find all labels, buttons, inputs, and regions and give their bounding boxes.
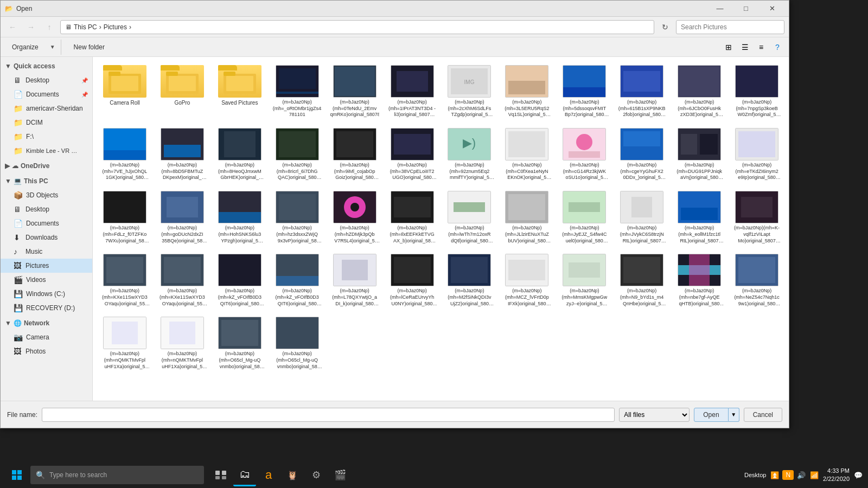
list-item[interactable]: (m=bJaz0Np)(mh=615B1sXP9NKB 2fob)origina…: [614, 61, 669, 122]
list-item[interactable]: ▶) (m=bJaz0Np)(mh=92znum5Eq2 mmifTY)orig…: [442, 124, 497, 185]
list-item[interactable]: (m=bJaz0Np)(mh=FdLz_f0TZFKo 7WXu)origina…: [97, 187, 152, 248]
view-large-icons[interactable]: ⊞: [722, 40, 736, 54]
list-item[interactable]: Camera Roll: [97, 61, 152, 122]
organize-button[interactable]: Organize: [5, 40, 46, 54]
list-item[interactable]: GoPro: [155, 61, 210, 122]
sidebar-item-camera[interactable]: 📷 Camera: [1, 330, 92, 344]
sidebar-item-videos[interactable]: 🎬 Videos: [1, 273, 92, 287]
list-item[interactable]: (m=bJaz0Np)(mh=lCeRaEUrvyYh U0NY)origina…: [385, 250, 440, 311]
sidebar-item-photos[interactable]: 🖼 Photos: [1, 344, 92, 358]
open-dropdown-button[interactable]: ▼: [729, 408, 739, 422]
sidebar-item-f[interactable]: 📁 F:\: [1, 130, 92, 144]
notifications-icon[interactable]: 💬: [853, 470, 864, 480]
list-item[interactable]: (m=bJaz0Np)(mh=cgeYyGhuFX2 0DDx_)origina…: [614, 124, 669, 185]
list-item[interactable]: (m=bJaz0Np)(mh=nbe7gf-AyQE qHTB)original…: [672, 250, 727, 311]
taskbar-search-bar[interactable]: 🔍 Type here to search: [30, 466, 204, 484]
list-item[interactable]: (m=bJaz0Np)(mh=kZ_vFOIfB0D3 QIT6)origina…: [212, 250, 267, 311]
list-item[interactable]: (m=bJaz0Np)(mh=DUG91PPJniqk aVnj)origina…: [672, 124, 727, 185]
taskbar-tripadvisor[interactable]: 🦉: [281, 464, 304, 486]
thispc-header[interactable]: ▼ 💻 This PC: [1, 174, 92, 188]
sidebar-item-downloads[interactable]: ⬇ Downloads: [1, 230, 92, 245]
sidebar-item-windows-c[interactable]: 💾 Windows (C:): [1, 287, 92, 301]
list-item[interactable]: (m=bJaz0Np)(mh=JLlzirENuXTuZ bUV)origina…: [499, 187, 554, 248]
filetype-select[interactable]: All files: [619, 408, 690, 422]
list-item[interactable]: (m=bJaz0Np)(mh=1IPrAT3NT3D4 -li3)origina…: [385, 61, 440, 122]
open-button[interactable]: Open: [694, 408, 728, 422]
taskbar-app2[interactable]: 🎬: [329, 464, 352, 486]
list-item[interactable]: (m=bJaz0Np)(mh=HohSNKS6lu3 YPzgh)origina…: [212, 187, 267, 248]
list-item[interactable]: (m=bJaz0Np)(mh=KXe11SwXYD3 OYaqu)origina…: [97, 250, 152, 311]
sidebar-item-recovery[interactable]: 💾 RECOVERY (D:): [1, 301, 92, 315]
list-item[interactable]: (m=bJaz0Np)(mh=goDUcN2dxZI 35BQe)origina…: [155, 187, 210, 248]
taskbar-clock[interactable]: 4:33 PM 2/22/2020: [823, 467, 850, 484]
list-item[interactable]: (m=bJaz0Np)(mh=cG14Rz3kjWK oSU1o)origina…: [557, 124, 612, 185]
list-item[interactable]: (m=bJaz0Np)(mh=MCZ_lVFrtD0p IFXk)origina…: [499, 250, 554, 311]
list-item[interactable]: (m=bJaz0Np)(mh=k_eollM1fzc1tl RtL)origin…: [672, 187, 727, 248]
list-item[interactable]: (m=bJaz0Np)(mh=7VE_hJjxOhQL 1GK)original…: [97, 124, 152, 185]
view-list[interactable]: ☰: [738, 40, 752, 54]
list-item[interactable]: (m=bJaz0Np)(mh=5dssoqsvFMIT Bp7z)origina…: [557, 61, 612, 122]
list-item[interactable]: (m=bJaz0Np)(mh=8bD5FBMTuZ DKpexM)origina…: [155, 124, 210, 185]
list-item[interactable]: (m=bJaz0Np)(mh=MmsKMgpwGw zyJ--e)origina…: [557, 250, 612, 311]
quick-access-header[interactable]: ▼ Quick access: [1, 59, 92, 73]
refresh-button[interactable]: ↻: [658, 20, 673, 35]
list-item[interactable]: (m=bJaz0Np)(mh=kZ_vFOIfB0D3 QIT6)origina…: [270, 250, 325, 311]
list-item[interactable]: (m=bJaz0Np)(mh=6JCbO0FusHk zXD3E)origina…: [672, 61, 727, 122]
list-item[interactable]: (m=bJaz0Np)(mh=C0fXea1eNyN EKnOK)origina…: [499, 124, 554, 185]
sidebar-item-3dobjects[interactable]: 📦 3D Objects: [1, 188, 92, 202]
list-item[interactable]: (m=bJaz0Np)(mh=hZDMjk3pQb V7R5L4)origina…: [327, 187, 382, 248]
list-item[interactable]: (m=bJaz0Np)(mh=L78QXYwtjO_a DI_k)origina…: [327, 250, 382, 311]
sidebar-item-pictures[interactable]: 🖼 Pictures: [1, 259, 92, 273]
list-item[interactable]: (m=bJaz0Np)(mh=8ricrl_6i7DhG QAC)origina…: [270, 124, 325, 185]
list-item[interactable]: Saved Pictures: [212, 61, 267, 122]
cancel-button[interactable]: Cancel: [744, 408, 782, 422]
list-item[interactable]: IMG (m=bJaz0Np)(mh=2cXhM6SdLFs TZgdp)ori…: [442, 61, 497, 122]
sidebar-item-americavr[interactable]: 📁 americavr-Sheridan: [1, 101, 92, 115]
onedrive-header[interactable]: ▶ ☁ OneDrive: [1, 159, 92, 173]
list-item[interactable]: (m=bJaz0Np)(mh=K-vqlf1zVILapt Mo)origina…: [729, 187, 784, 248]
taskbar-amazon[interactable]: a: [257, 464, 280, 486]
taskbar-task-view[interactable]: [209, 464, 232, 486]
close-button[interactable]: ✕: [760, 1, 784, 17]
list-item[interactable]: (m=bJaz0Np)(mh=hz3dsxxZWjQ 9x3vP)origina…: [270, 187, 325, 248]
list-item[interactable]: (m=bJaz0Np)(mh=lwTh7m12oxR dQtl)original…: [442, 187, 497, 248]
sidebar-item-desktop2[interactable]: 🖥 Desktop: [1, 202, 92, 216]
taskbar-app1[interactable]: ⚙: [305, 464, 328, 486]
list-item[interactable]: (m=bJaz0Np)(mh=N9_bYd1s_m4 QnHbe)origina…: [614, 250, 669, 311]
taskbar-file-explorer[interactable]: 🗂: [233, 464, 256, 486]
sidebar-item-desktop[interactable]: 🖥 Desktop 📌: [1, 73, 92, 87]
list-item[interactable]: (m=bJaz0Np)(mh=M2fSiNkQDI3v UjZ2)origina…: [442, 250, 497, 311]
list-item[interactable]: (m=bJaz0Np)(mh=IlxEEFKkETVG AX_b)origina…: [385, 187, 440, 248]
list-item[interactable]: (m=bJaz0Np)(mh=3L5ERU5RqS2 Vq1SL)origina…: [499, 61, 554, 122]
list-item[interactable]: (m=bJaz0Np)(mh=nQMKTMvFpl uHF1Xa)origina…: [155, 313, 210, 374]
maximize-button[interactable]: □: [733, 1, 758, 17]
list-item[interactable]: (m=bJaz0Np)(mh=7npgSp3koeB W0Zmf)origina…: [729, 61, 784, 122]
list-item[interactable]: (m=bJaz0Np)(mh=eTKdZI6inym2 e9Ip)origina…: [729, 124, 784, 185]
sidebar-item-documents2[interactable]: 📄 Documents: [1, 216, 92, 230]
start-button[interactable]: [4, 464, 29, 486]
help-button[interactable]: ?: [770, 40, 784, 54]
list-item[interactable]: (m=bJaz0Np)(mh=8HeoQJmxwM GbrHEK)origina…: [212, 124, 267, 185]
network-header[interactable]: ▼ 🌐 Network: [1, 316, 92, 330]
new-folder-button[interactable]: New folder: [67, 40, 112, 54]
back-button[interactable]: ←: [5, 20, 20, 35]
sidebar-item-dcim[interactable]: 📁 DCIM: [1, 115, 92, 130]
list-item[interactable]: (m=bJaz0Np)(mh=JyEJZ_S4fw4C uel0)origina…: [557, 187, 612, 248]
volume-icon[interactable]: 🔊: [796, 470, 807, 480]
up-button[interactable]: ↑: [42, 20, 57, 35]
list-item[interactable]: (m=bJaz0Np)(mh=_oRtOMbr1jgZs4SK)original…: [270, 61, 325, 122]
sidebar-item-music[interactable]: ♪ Music: [1, 245, 92, 259]
list-item[interactable]: (m=bJaz0Np)(mh=38VCpELoiIIT2 UGO)origina…: [385, 124, 440, 185]
list-item[interactable]: (m=bJaz0Np)(mh=9iMl_cojabOp Goiz)origina…: [327, 124, 382, 185]
list-item[interactable]: (m=bJaz0Np)(mh=O65cl_Mg-uQ vnmbo)origina…: [212, 313, 267, 374]
list-item[interactable]: (m=bJaz0Np)(mh=JVykC6S8trzjN RtL)origina…: [614, 187, 669, 248]
breadcrumb[interactable]: 🖥 This PC › Pictures ›: [60, 20, 654, 34]
list-item[interactable]: (m=bJaz0Np)(mh=NeZ54c7Nqh1c 9w1)original…: [729, 250, 784, 311]
forward-button[interactable]: →: [23, 20, 39, 35]
view-details[interactable]: ≡: [754, 40, 768, 54]
sidebar-item-documents[interactable]: 📄 Documents 📌: [1, 87, 92, 101]
list-item[interactable]: (m=bJaz0Np)(mh=0TeNdU_2Emv qmRKo)origina…: [327, 61, 382, 122]
minimize-button[interactable]: —: [707, 1, 732, 17]
file-area[interactable]: Camera Roll GoPro: [93, 57, 789, 401]
filename-input[interactable]: [42, 408, 615, 422]
